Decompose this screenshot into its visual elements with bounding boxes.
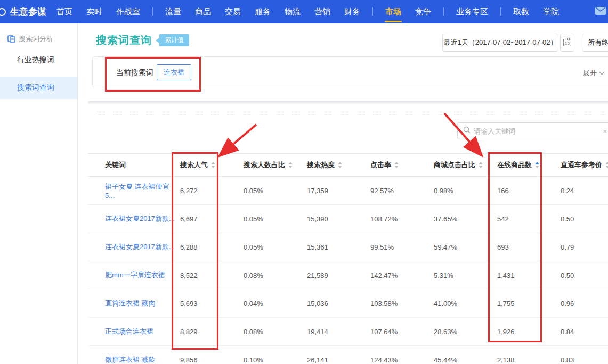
cell-ctr: 103.58% — [366, 300, 429, 308]
cell-search-popularity: 6,272 — [176, 187, 239, 195]
nav-divider — [443, 7, 444, 16]
expand-label: 展开 — [583, 68, 597, 78]
cell-ztc-ref-price: 0.84 — [556, 328, 608, 336]
top-nav: 生意参谋 首页 实时 作战室 流量 商品 交易 服务 物流 营销 财务 市场 竞… — [0, 0, 608, 23]
keyword-search-box: × — [457, 122, 608, 139]
sort-icon-active — [535, 162, 539, 168]
cell-ztc-ref-price: 0.96 — [556, 300, 608, 308]
cell-searcher-ratio: 0.10% — [239, 356, 303, 364]
keyword-link[interactable]: 直筒连衣裙 藏肉 — [105, 299, 156, 307]
sort-icon — [288, 162, 293, 168]
cell-search-heat: 17,359 — [303, 187, 366, 195]
cell-search-heat: 15,361 — [303, 243, 366, 251]
dotted-divider — [98, 112, 608, 112]
nav-item-goods[interactable]: 商品 — [188, 0, 218, 23]
cell-search-heat: 19,414 — [303, 328, 366, 336]
date-range-picker[interactable]: 最近1天（2017-07-02~2017-07-02） — [442, 34, 558, 52]
keyword-link[interactable]: 微胖连衣裙 减龄 — [105, 355, 156, 363]
col-header-ctr[interactable]: 点击率 — [366, 160, 429, 170]
search-icon — [463, 126, 471, 136]
cell-mall-click-ratio: 37.65% — [429, 215, 493, 223]
app-logo-icon — [0, 8, 6, 16]
sort-icon — [479, 162, 483, 168]
keyword-link[interactable]: 裙子女夏 连衣裙便宜5... — [105, 183, 169, 200]
cell-searcher-ratio: 0.08% — [239, 328, 303, 336]
sidebar-group-label: 搜索词分析 — [19, 34, 53, 44]
book-icon — [7, 35, 15, 43]
cell-ctr: 142.47% — [366, 271, 429, 279]
current-search-panel: 当前搜索词： 连衣裙 展开 — [92, 56, 608, 87]
chevron-down-icon — [599, 70, 605, 75]
cell-search-popularity: 9,856 — [176, 356, 239, 364]
search-input[interactable] — [474, 127, 603, 135]
nav-item-academy[interactable]: 学院 — [536, 0, 566, 23]
keyword-link[interactable]: 连衣裙女夏2017新款... — [105, 214, 175, 222]
nav-item-home[interactable]: 首页 — [50, 0, 79, 23]
keyword-link[interactable]: 连衣裙女夏2017新款... — [105, 243, 175, 251]
nav-item-warroom[interactable]: 作战室 — [109, 0, 147, 23]
nav-item-service[interactable]: 服务 — [248, 0, 278, 23]
current-keyword-tag[interactable]: 连衣裙 — [157, 64, 191, 80]
table-row: 连衣裙女夏2017新款... 6,288 0.05% 15,361 99.51%… — [88, 233, 608, 261]
nav-item-bizzone[interactable]: 业务专区 — [449, 0, 495, 23]
cell-mall-click-ratio: 28.63% — [429, 328, 493, 336]
cell-searcher-ratio: 0.05% — [239, 187, 303, 195]
cell-searcher-ratio: 0.05% — [239, 215, 303, 223]
keyword-link[interactable]: 正式场合连衣裙 — [105, 327, 153, 335]
cell-mall-click-ratio: 5.31% — [429, 271, 493, 279]
cell-mall-click-ratio: 59.47% — [429, 243, 493, 251]
table-row: 微胖连衣裙 减龄 9,856 0.10% 26,141 124.43% 45.4… — [88, 346, 608, 364]
cell-searcher-ratio: 0.04% — [239, 300, 303, 308]
col-header-search-heat[interactable]: 搜索热度 — [303, 160, 366, 170]
col-header-search-popularity[interactable]: 搜索人气 — [176, 160, 239, 170]
terminal-select[interactable]: 所有终端 — [582, 34, 608, 52]
table-row: 裙子女夏 连衣裙便宜5... 6,272 0.05% 17,359 92.57%… — [88, 177, 608, 205]
col-header-searcher-ratio[interactable]: 搜索人数占比 — [239, 160, 303, 170]
cell-ztc-ref-price: 0.83 — [556, 356, 608, 364]
nav-item-realtime[interactable]: 实时 — [79, 0, 109, 23]
cell-ztc-ref-price: 0.50 — [556, 215, 608, 223]
col-header-mall-click-ratio[interactable]: 商城点击占比 — [429, 160, 493, 170]
clear-icon[interactable]: × — [603, 127, 607, 135]
cumulative-badge: 累计值 — [159, 34, 189, 46]
table-header: 关键词 搜索人气 搜索人数占比 搜索热度 点击率 商城点击占比 在线商品数 直通… — [88, 153, 608, 177]
app-brand-text: 生意参谋 — [10, 6, 46, 18]
sidebar-item-industry-hot-words[interactable]: 行业热搜词 — [0, 49, 77, 71]
cell-ctr: 107.64% — [366, 328, 429, 336]
table-row: 正式场合连衣裙 8,829 0.08% 19,414 107.64% 28.63… — [88, 318, 608, 346]
sidebar-item-search-word-query[interactable]: 搜索词查询 — [0, 77, 77, 99]
nav-divider — [372, 7, 373, 16]
cell-search-heat: 15,390 — [303, 215, 366, 223]
cell-ctr: 99.51% — [366, 243, 429, 251]
cell-ztc-ref-price: 0.24 — [556, 187, 608, 195]
cell-mall-click-ratio: 0.98% — [429, 187, 493, 195]
expand-toggle[interactable]: 展开 — [583, 68, 604, 78]
nav-item-compete[interactable]: 竞争 — [408, 0, 438, 23]
col-header-keyword: 关键词 — [88, 160, 176, 170]
calendar-button[interactable]: 15 — [560, 34, 574, 52]
cell-search-popularity: 8,522 — [176, 271, 239, 279]
mail-icon[interactable] — [595, 7, 606, 17]
nav-item-traffic[interactable]: 流量 — [158, 0, 188, 23]
nav-divider — [500, 7, 501, 16]
nav-item-data[interactable]: 取数 — [506, 0, 536, 23]
sidebar-group-search-analysis: 搜索词分析 — [0, 23, 77, 44]
nav-item-market[interactable]: 市场 — [378, 0, 408, 23]
nav-item-finance[interactable]: 财务 — [337, 0, 367, 23]
cell-online-products: 542 — [493, 215, 556, 223]
cell-search-popularity: 5,693 — [176, 300, 239, 308]
cell-ctr: 124.43% — [366, 356, 429, 364]
app-brand[interactable]: 生意参谋 — [4, 6, 46, 18]
cell-search-popularity: 6,288 — [176, 243, 239, 251]
cell-ctr: 92.57% — [366, 187, 429, 195]
nav-item-logistics[interactable]: 物流 — [278, 0, 307, 23]
nav-item-marketing[interactable]: 营销 — [307, 0, 337, 23]
col-header-ztc-ref-price[interactable]: 直通车参考价 — [556, 160, 608, 170]
keyword-link[interactable]: 肥mm一字肩连衣裙 — [105, 271, 165, 279]
col-header-online-products[interactable]: 在线商品数 — [493, 160, 556, 170]
cell-search-popularity: 8,829 — [176, 328, 239, 336]
table-row: 肥mm一字肩连衣裙 8,522 0.08% 21,589 142.47% 5.3… — [88, 261, 608, 289]
cell-ztc-ref-price: 0.50 — [556, 271, 608, 279]
table-row: 直筒连衣裙 藏肉 5,693 0.04% 15,036 103.58% 41.0… — [88, 289, 608, 318]
nav-item-trade[interactable]: 交易 — [218, 0, 248, 23]
